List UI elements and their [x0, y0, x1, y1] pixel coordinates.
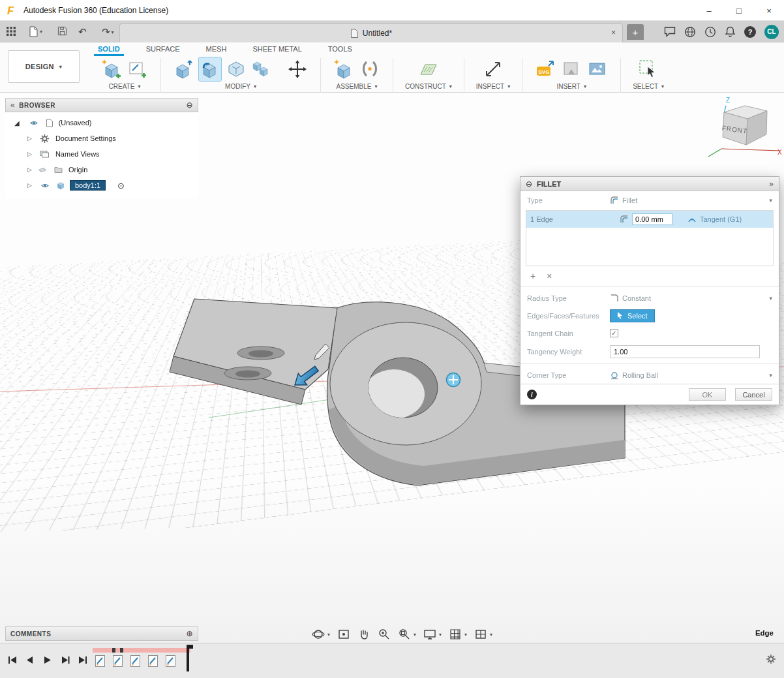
timeline-sketch-feature[interactable] — [166, 654, 176, 668]
user-avatar[interactable]: CL — [764, 25, 779, 39]
tree-chevron-icon[interactable]: ▷ — [27, 135, 32, 142]
press-pull-icon[interactable] — [173, 57, 195, 81]
inspect-dropdown[interactable]: INSPECT▾ — [476, 83, 510, 90]
tree-row-document-settings[interactable]: ▷ Document Settings — [5, 131, 198, 146]
tab-solid[interactable]: SOLID — [94, 42, 124, 56]
tree-chevron-icon[interactable]: ▷ — [27, 182, 32, 189]
dock-dialog-icon[interactable]: » — [769, 179, 774, 189]
globe-icon[interactable] — [684, 26, 696, 38]
assemble-dropdown[interactable]: ASSEMBLE▾ — [337, 83, 378, 90]
create-sketch-icon[interactable] — [127, 57, 149, 81]
maximize-button[interactable]: □ — [724, 0, 754, 21]
browser-header[interactable]: « BROWSER ⊖ — [5, 98, 198, 112]
edge-set-row[interactable]: 1 Edge Tangent (G1) — [526, 211, 773, 228]
move-manipulator-widget[interactable] — [447, 373, 460, 387]
timeline-position-marker[interactable] — [187, 647, 189, 671]
timeline-rollback-bar[interactable] — [93, 648, 190, 653]
new-solid-icon[interactable] — [100, 57, 123, 81]
comments-header[interactable]: COMMENTS ⊕ — [5, 626, 198, 641]
visibility-eye-icon[interactable] — [30, 120, 38, 126]
save-button[interactable] — [57, 26, 67, 36]
zoom-button[interactable] — [378, 628, 391, 641]
radius-type-dropdown-icon[interactable]: ▾ — [769, 295, 772, 301]
redo-button[interactable]: ↷▾ — [102, 26, 114, 38]
tab-tools[interactable]: TOOLS — [324, 42, 356, 56]
ok-button[interactable]: OK — [689, 388, 726, 401]
minimize-button[interactable]: – — [694, 0, 724, 21]
file-menu-button[interactable]: ▾ — [29, 26, 42, 37]
canvas-image-icon[interactable] — [586, 57, 609, 81]
ground-target-icon[interactable]: ⊙ — [117, 181, 125, 191]
tree-row-root[interactable]: ◢ (Unsaved) — [5, 115, 198, 131]
tree-chevron-icon[interactable]: ▷ — [27, 166, 32, 173]
select-tool-icon[interactable] — [637, 57, 659, 81]
pan-button[interactable] — [357, 628, 370, 641]
timeline-sketch-feature[interactable] — [95, 654, 106, 668]
insert-dropdown[interactable]: INSERT▾ — [556, 83, 586, 90]
timeline-sketch-feature[interactable] — [130, 654, 141, 668]
shell-icon[interactable] — [225, 57, 247, 81]
workspace-selector[interactable]: DESIGN ▾ — [8, 50, 80, 83]
timeline-sketch-feature[interactable] — [113, 654, 123, 668]
tree-chevron-icon[interactable]: ▷ — [27, 151, 32, 157]
fillet-dialog-header[interactable]: ⊖ FILLET » — [520, 177, 779, 191]
tab-sheet-metal[interactable]: SHEET METAL — [249, 42, 305, 56]
continuity-value[interactable]: Tangent (G1) — [700, 215, 742, 223]
tree-label-body[interactable]: body1:1 — [70, 180, 106, 191]
tangency-weight-input[interactable] — [610, 345, 760, 358]
create-dropdown[interactable]: CREATE▾ — [109, 83, 141, 90]
orbit-button[interactable]: ▾ — [312, 628, 330, 641]
type-dropdown-icon[interactable]: ▾ — [769, 197, 772, 204]
timeline-sketch-feature[interactable] — [148, 654, 158, 668]
undo-button[interactable]: ↶ — [78, 26, 87, 38]
construct-dropdown[interactable]: CONSTRUCT▾ — [405, 83, 452, 90]
document-tab[interactable]: Untitled* × — [119, 23, 623, 42]
grid-layout-button[interactable]: ▾ — [449, 628, 467, 641]
tree-label-root[interactable]: (Unsaved) — [59, 119, 92, 127]
tree-row-body[interactable]: ▷ body1:1 ⊙ — [5, 177, 198, 193]
decal-icon[interactable] — [560, 57, 582, 81]
chevrons-left-icon[interactable]: « — [10, 100, 15, 110]
tree-row-named-views[interactable]: ▷ Named Views — [5, 146, 198, 162]
expand-panel-icon[interactable]: ⊕ — [186, 629, 193, 638]
viewport-canvas[interactable]: FRONT X Z « BROWSER ⊖ ◢ (Unsaved) ▷ — [0, 93, 784, 643]
visibility-eye-icon[interactable] — [41, 183, 49, 189]
tree-row-origin[interactable]: ▷ Origin — [5, 162, 198, 177]
tree-label[interactable]: Named Views — [55, 150, 100, 158]
view-cube[interactable]: FRONT X Z — [691, 93, 784, 164]
display-settings-button[interactable]: ▾ — [423, 628, 442, 641]
timeline-step-forward-button[interactable] — [59, 655, 71, 665]
fit-button[interactable]: ▾ — [398, 628, 416, 641]
new-tab-button[interactable]: + — [627, 24, 644, 40]
timeline-step-back-button[interactable] — [24, 655, 36, 665]
edge-radius-input[interactable] — [632, 213, 672, 225]
collapse-dialog-icon[interactable]: ⊖ — [526, 179, 532, 189]
help-icon[interactable]: ? — [744, 26, 756, 38]
app-grid-icon[interactable] — [6, 26, 16, 37]
measure-icon[interactable] — [482, 57, 504, 81]
type-row[interactable]: Type Fillet ▾ — [520, 191, 779, 209]
construction-plane-icon[interactable] — [417, 57, 440, 81]
close-tab-icon[interactable]: × — [611, 28, 616, 37]
timeline-settings-gear-icon[interactable] — [766, 654, 776, 666]
modify-dropdown[interactable]: MODIFY▾ — [225, 83, 256, 90]
add-edge-set-button[interactable]: + — [530, 271, 535, 281]
corner-type-dropdown-icon[interactable]: ▾ — [769, 372, 772, 378]
visibility-off-eye-icon[interactable] — [38, 167, 46, 173]
radius-type-row[interactable]: Radius Type Constant ▾ — [520, 289, 779, 307]
comment-icon[interactable] — [664, 26, 676, 37]
close-button[interactable]: × — [754, 0, 784, 21]
cancel-button[interactable]: Cancel — [735, 388, 772, 401]
collapse-panel-icon[interactable]: ⊖ — [186, 100, 193, 110]
info-icon[interactable]: i — [527, 390, 537, 399]
clock-icon[interactable] — [704, 26, 716, 38]
tree-expander-icon[interactable]: ◢ — [14, 119, 20, 127]
tab-surface[interactable]: SURFACE — [142, 42, 184, 56]
notifications-bell-icon[interactable] — [725, 26, 736, 38]
tree-label[interactable]: Origin — [68, 166, 87, 174]
tab-mesh[interactable]: MESH — [202, 42, 231, 56]
timeline-skip-end-button[interactable] — [77, 655, 89, 665]
corner-type-row[interactable]: Corner Type Rolling Ball ▾ — [520, 366, 779, 384]
look-at-button[interactable] — [337, 628, 350, 641]
select-dropdown[interactable]: SELECT▾ — [633, 83, 664, 90]
